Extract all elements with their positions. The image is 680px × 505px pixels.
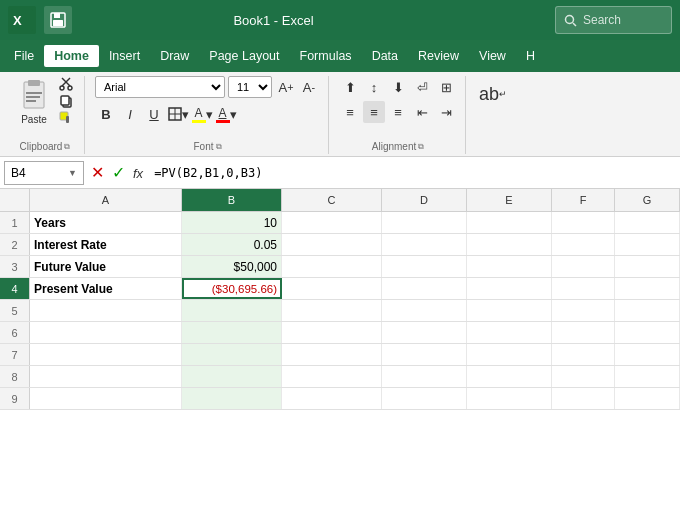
cell-a9[interactable] bbox=[30, 388, 182, 409]
cell-reference-box[interactable]: B4 ▼ bbox=[4, 161, 84, 185]
row-num-3[interactable]: 3 bbox=[0, 256, 30, 277]
menu-home[interactable]: Home bbox=[44, 45, 99, 67]
bold-button[interactable]: B bbox=[95, 103, 117, 125]
cell-c9[interactable] bbox=[282, 388, 382, 409]
decrease-indent-button[interactable]: ⇤ bbox=[411, 101, 433, 123]
insert-function-button[interactable]: fx bbox=[130, 163, 146, 183]
cell-b3[interactable]: $50,000 bbox=[182, 256, 282, 277]
cell-b1[interactable]: 10 bbox=[182, 212, 282, 233]
cell-a3[interactable]: Future Value bbox=[30, 256, 182, 277]
cell-b7[interactable] bbox=[182, 344, 282, 365]
cell-f4[interactable] bbox=[552, 278, 615, 299]
menu-formulas[interactable]: Formulas bbox=[290, 45, 362, 67]
menu-page-layout[interactable]: Page Layout bbox=[199, 45, 289, 67]
col-header-c[interactable]: C bbox=[282, 189, 382, 211]
cell-e4[interactable] bbox=[467, 278, 552, 299]
cell-g4[interactable] bbox=[615, 278, 680, 299]
confirm-formula-button[interactable]: ✓ bbox=[109, 161, 128, 184]
cell-d8[interactable] bbox=[382, 366, 467, 387]
row-num-8[interactable]: 8 bbox=[0, 366, 30, 387]
menu-draw[interactable]: Draw bbox=[150, 45, 199, 67]
cell-d6[interactable] bbox=[382, 322, 467, 343]
italic-button[interactable]: I bbox=[119, 103, 141, 125]
cell-f3[interactable] bbox=[552, 256, 615, 277]
decrease-font-size-button[interactable]: A- bbox=[298, 76, 320, 98]
cell-e1[interactable] bbox=[467, 212, 552, 233]
align-bottom-button[interactable]: ⬇ bbox=[387, 76, 409, 98]
cell-ref-dropdown-icon[interactable]: ▼ bbox=[68, 168, 77, 178]
cell-g3[interactable] bbox=[615, 256, 680, 277]
cell-g5[interactable] bbox=[615, 300, 680, 321]
align-middle-button[interactable]: ↕ bbox=[363, 76, 385, 98]
cell-b4[interactable]: ($30,695.66) bbox=[182, 278, 282, 299]
col-header-b[interactable]: B bbox=[182, 189, 282, 211]
cell-e2[interactable] bbox=[467, 234, 552, 255]
increase-font-size-button[interactable]: A+ bbox=[275, 76, 297, 98]
cell-a8[interactable] bbox=[30, 366, 182, 387]
menu-insert[interactable]: Insert bbox=[99, 45, 150, 67]
cell-c3[interactable] bbox=[282, 256, 382, 277]
font-color-button[interactable]: A ▾ bbox=[215, 103, 237, 125]
menu-review[interactable]: Review bbox=[408, 45, 469, 67]
cell-a1[interactable]: Years bbox=[30, 212, 182, 233]
wrap-text-button[interactable]: ⏎ bbox=[411, 76, 433, 98]
cell-c5[interactable] bbox=[282, 300, 382, 321]
col-header-d[interactable]: D bbox=[382, 189, 467, 211]
cell-a7[interactable] bbox=[30, 344, 182, 365]
col-header-g[interactable]: G bbox=[615, 189, 680, 211]
cell-d1[interactable] bbox=[382, 212, 467, 233]
align-right-button[interactable]: ≡ bbox=[387, 101, 409, 123]
cell-c2[interactable] bbox=[282, 234, 382, 255]
cell-b9[interactable] bbox=[182, 388, 282, 409]
cell-c1[interactable] bbox=[282, 212, 382, 233]
cell-g2[interactable] bbox=[615, 234, 680, 255]
font-expand-icon[interactable]: ⧉ bbox=[216, 142, 222, 152]
align-left-button[interactable]: ≡ bbox=[339, 101, 361, 123]
cell-e3[interactable] bbox=[467, 256, 552, 277]
clipboard-expand-icon[interactable]: ⧉ bbox=[64, 142, 70, 152]
menu-file[interactable]: File bbox=[4, 45, 44, 67]
align-top-button[interactable]: ⬆ bbox=[339, 76, 361, 98]
cell-f7[interactable] bbox=[552, 344, 615, 365]
cell-c4[interactable] bbox=[282, 278, 382, 299]
menu-view[interactable]: View bbox=[469, 45, 516, 67]
underline-button[interactable]: U bbox=[143, 103, 165, 125]
menu-more[interactable]: H bbox=[516, 45, 545, 67]
cell-a2[interactable]: Interest Rate bbox=[30, 234, 182, 255]
cut-button[interactable] bbox=[56, 76, 76, 92]
cell-f9[interactable] bbox=[552, 388, 615, 409]
cell-c6[interactable] bbox=[282, 322, 382, 343]
search-box[interactable] bbox=[555, 6, 672, 34]
cancel-formula-button[interactable]: ✕ bbox=[88, 161, 107, 184]
cell-e7[interactable] bbox=[467, 344, 552, 365]
cell-d4[interactable] bbox=[382, 278, 467, 299]
cell-c7[interactable] bbox=[282, 344, 382, 365]
cell-e8[interactable] bbox=[467, 366, 552, 387]
cell-e9[interactable] bbox=[467, 388, 552, 409]
row-num-6[interactable]: 6 bbox=[0, 322, 30, 343]
row-num-4[interactable]: 4 bbox=[0, 278, 30, 299]
cell-g7[interactable] bbox=[615, 344, 680, 365]
cell-e6[interactable] bbox=[467, 322, 552, 343]
cell-d7[interactable] bbox=[382, 344, 467, 365]
col-header-a[interactable]: A bbox=[30, 189, 182, 211]
cell-e5[interactable] bbox=[467, 300, 552, 321]
font-size-select[interactable]: 11 bbox=[228, 76, 272, 98]
cell-b2[interactable]: 0.05 bbox=[182, 234, 282, 255]
alignment-expand-icon[interactable]: ⧉ bbox=[418, 142, 424, 152]
cell-f5[interactable] bbox=[552, 300, 615, 321]
row-num-2[interactable]: 2 bbox=[0, 234, 30, 255]
cell-f8[interactable] bbox=[552, 366, 615, 387]
cell-g9[interactable] bbox=[615, 388, 680, 409]
cell-f1[interactable] bbox=[552, 212, 615, 233]
cell-d3[interactable] bbox=[382, 256, 467, 277]
row-num-1[interactable]: 1 bbox=[0, 212, 30, 233]
row-num-5[interactable]: 5 bbox=[0, 300, 30, 321]
cell-a5[interactable] bbox=[30, 300, 182, 321]
col-header-e[interactable]: E bbox=[467, 189, 552, 211]
menu-data[interactable]: Data bbox=[362, 45, 408, 67]
cell-d2[interactable] bbox=[382, 234, 467, 255]
cell-g1[interactable] bbox=[615, 212, 680, 233]
cell-f2[interactable] bbox=[552, 234, 615, 255]
border-button[interactable]: ▾ bbox=[167, 103, 189, 125]
